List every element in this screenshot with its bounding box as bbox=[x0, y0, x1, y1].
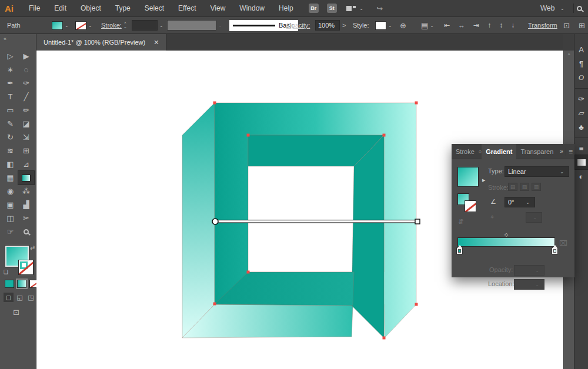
gradient-menu-arrow-icon[interactable]: ▶ bbox=[482, 178, 485, 183]
stroke-within-icon[interactable]: ▤ bbox=[508, 183, 517, 191]
gradient-bar[interactable] bbox=[457, 237, 555, 247]
panel-icon-swatches[interactable]: ♣ bbox=[575, 120, 588, 134]
tab-stroke[interactable]: Stroke bbox=[452, 144, 479, 159]
tool-rectangle[interactable]: ▭ bbox=[2, 103, 18, 117]
panel-icon-brushes[interactable]: ✑ bbox=[575, 88, 588, 106]
document-setup-dropdown[interactable]: ▤ ⌄ bbox=[421, 17, 436, 33]
stroke-color-swatch[interactable] bbox=[18, 260, 34, 275]
color-button[interactable] bbox=[5, 280, 14, 288]
tool-eraser[interactable]: ◪ bbox=[18, 117, 34, 130]
panel-icon-opentype[interactable]: O bbox=[575, 71, 588, 85]
panel-icon-paragraph[interactable]: ¶ bbox=[575, 56, 588, 71]
tool-scale[interactable]: ⇲ bbox=[18, 130, 34, 144]
tool-graph[interactable]: ▟ bbox=[18, 198, 34, 212]
align-middle-v-icon[interactable]: ↕ bbox=[499, 21, 503, 29]
menu-item[interactable]: Effect bbox=[171, 0, 203, 16]
workspace-switcher[interactable]: Web ⌄ bbox=[540, 4, 588, 13]
panel-menu-icon[interactable]: ≡ bbox=[566, 147, 576, 156]
tool-width[interactable]: ≋ bbox=[2, 144, 18, 157]
tool-shape-builder[interactable]: ◧ bbox=[2, 157, 18, 171]
opacity-label[interactable]: Opacity: bbox=[286, 17, 310, 33]
align-top-icon[interactable]: ↑ bbox=[487, 21, 491, 29]
tool-hand[interactable]: ☞ bbox=[2, 225, 18, 239]
menu-item[interactable]: Select bbox=[138, 0, 171, 16]
menu-item[interactable]: Object bbox=[74, 0, 108, 16]
tab-transparency[interactable]: Transparen bbox=[516, 144, 557, 159]
bounding-box-icon[interactable]: ⊡ bbox=[563, 17, 570, 33]
tool-knife[interactable]: ✂ bbox=[18, 212, 34, 225]
stroke-weight-stepper[interactable]: ⌃⌄ bbox=[123, 17, 127, 33]
share-icon[interactable]: ↪ bbox=[376, 4, 383, 13]
tool-paintbrush[interactable]: ✏ bbox=[18, 103, 34, 117]
tool-type[interactable]: T bbox=[2, 90, 18, 103]
stock-button[interactable]: St bbox=[327, 4, 337, 13]
stroke-color-dropdown[interactable]: ⌄ bbox=[75, 17, 94, 33]
align-center-h-icon[interactable]: ↔ bbox=[458, 21, 465, 29]
stroke-across-icon[interactable]: ▥ bbox=[532, 183, 541, 191]
transform-label[interactable]: Transform bbox=[528, 17, 557, 33]
swap-fill-stroke-icon[interactable]: ⇄ bbox=[30, 244, 35, 251]
draw-behind-button[interactable]: ◱ bbox=[15, 293, 25, 302]
align-right-icon[interactable]: ⇥ bbox=[473, 21, 479, 29]
gradient-preview-swatch[interactable] bbox=[457, 167, 479, 187]
panel-icon-character[interactable]: A bbox=[575, 42, 588, 56]
menu-item[interactable]: Edit bbox=[47, 0, 74, 16]
menu-item[interactable]: Help bbox=[272, 0, 300, 16]
draw-inside-button[interactable]: ◳ bbox=[26, 293, 36, 302]
opacity-field[interactable]: 100% bbox=[315, 17, 340, 33]
gradient-midpoint-handle[interactable]: ◇ bbox=[505, 232, 508, 237]
tool-rotate[interactable]: ↻ bbox=[2, 130, 18, 144]
stroke-weight-dropdown[interactable]: ⌄ bbox=[132, 17, 165, 33]
align-bottom-icon[interactable]: ↓ bbox=[511, 21, 514, 29]
opacity-expand-arrow[interactable]: > bbox=[342, 17, 346, 33]
panel-icon-symbols[interactable]: ▱ bbox=[575, 106, 588, 120]
fill-color-dropdown[interactable]: ⌄ bbox=[52, 17, 71, 33]
gradient-type-dropdown[interactable]: Linear ⌄ bbox=[505, 166, 569, 177]
gradient-stop-left[interactable] bbox=[456, 247, 463, 254]
tab-gradient[interactable]: Gradient bbox=[482, 144, 516, 159]
panel-icon-gradient[interactable] bbox=[575, 155, 588, 169]
stroke-along-icon[interactable]: ▧ bbox=[520, 183, 529, 191]
menu-item[interactable]: View bbox=[203, 0, 233, 16]
tool-slice[interactable]: ◫ bbox=[2, 212, 18, 225]
isolate-selection-icon[interactable]: ⊞ bbox=[579, 17, 585, 33]
tool-lasso[interactable]: ◌ bbox=[18, 63, 34, 76]
tool-blend[interactable]: ⁂ bbox=[18, 184, 34, 198]
tool-eyedropper[interactable]: ◉ bbox=[2, 184, 18, 198]
tool-magic-wand[interactable]: ∗ bbox=[2, 63, 18, 76]
document-tab[interactable]: Untitled-1* @ 100% (RGB/Preview) ✕ bbox=[36, 34, 166, 51]
stroke-weight-label[interactable]: Stroke: bbox=[101, 17, 122, 33]
arrange-documents-icon[interactable]: ⌄ bbox=[346, 5, 364, 11]
reverse-gradient-icon[interactable]: ⇵ bbox=[458, 218, 463, 226]
tool-artboard[interactable]: ▣ bbox=[2, 198, 18, 212]
tool-pen[interactable]: ✒ bbox=[2, 76, 18, 90]
variable-width-dropdown[interactable]: ⌄ bbox=[167, 17, 224, 33]
scroll-up-icon[interactable]: ⌃ bbox=[564, 51, 574, 58]
search-icon[interactable] bbox=[577, 6, 582, 11]
gradient-button[interactable] bbox=[17, 280, 26, 288]
tool-free-transform[interactable]: ⊞ bbox=[18, 144, 34, 157]
tool-perspective-grid[interactable]: ⊿ bbox=[18, 157, 34, 171]
menu-item[interactable]: Type bbox=[108, 0, 138, 16]
menu-item[interactable]: File bbox=[22, 0, 47, 16]
collapse-panel-icon[interactable]: « bbox=[4, 36, 6, 42]
gradient-stop-right[interactable] bbox=[552, 247, 558, 254]
tool-curvature[interactable]: ✑ bbox=[18, 76, 34, 90]
stroke-proxy-swatch[interactable] bbox=[465, 200, 476, 212]
tool-line-segment[interactable]: ╱ bbox=[18, 90, 34, 103]
panel-icon-transparency[interactable]: ◐ bbox=[575, 169, 588, 183]
tool-direct-selection[interactable]: ▷ bbox=[2, 49, 18, 63]
tool-pencil[interactable]: ✎ bbox=[2, 117, 18, 130]
tool-selection[interactable]: ▶ bbox=[18, 49, 34, 63]
gradient-angle-dropdown[interactable]: 0° ⌄ bbox=[505, 197, 535, 207]
screen-mode-button[interactable]: ⊡ bbox=[13, 308, 19, 317]
draw-normal-button[interactable]: ◻ bbox=[4, 293, 14, 302]
tool-mesh[interactable]: ▦ bbox=[2, 171, 18, 184]
tool-zoom[interactable] bbox=[18, 225, 34, 239]
menu-item[interactable]: Window bbox=[232, 0, 272, 16]
default-fill-stroke-icon[interactable]: ❏ bbox=[4, 269, 8, 275]
style-dropdown[interactable]: ⌄ bbox=[375, 17, 394, 33]
bridge-button[interactable]: Br bbox=[309, 4, 319, 13]
close-icon[interactable]: ✕ bbox=[153, 39, 159, 46]
align-left-icon[interactable]: ⇤ bbox=[444, 21, 450, 29]
